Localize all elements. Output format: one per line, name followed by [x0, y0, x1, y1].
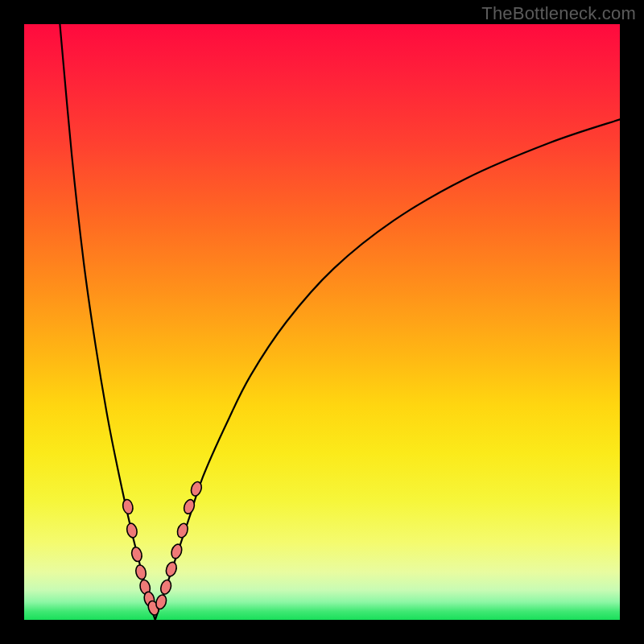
watermark-text: TheBottleneck.com	[481, 3, 636, 24]
curve-left-branch	[60, 24, 155, 620]
curves-layer	[24, 24, 620, 620]
data-marker	[164, 561, 178, 578]
data-marker	[159, 579, 173, 596]
data-marker	[126, 522, 138, 539]
data-marker	[170, 543, 184, 559]
plot-area	[24, 24, 620, 620]
curve-right-branch	[155, 119, 620, 620]
data-marker	[130, 546, 143, 562]
chart-frame: TheBottleneck.com	[0, 0, 644, 644]
data-marker	[134, 564, 147, 580]
marker-group	[122, 481, 203, 617]
data-marker	[122, 498, 134, 514]
